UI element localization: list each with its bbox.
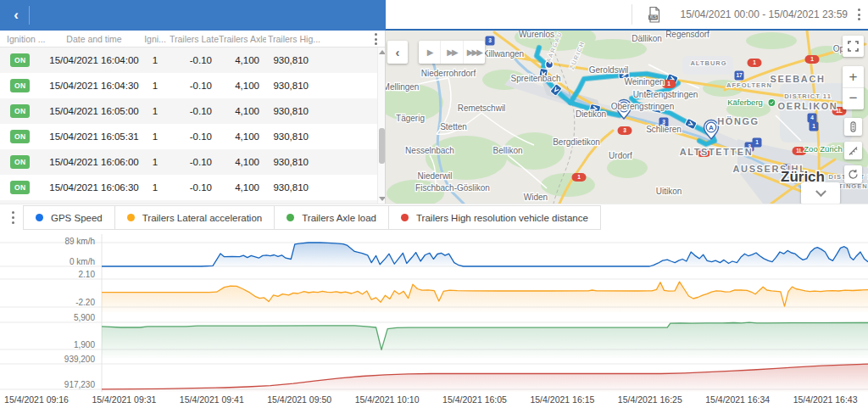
map-town-label: Weiningen (624, 77, 664, 87)
chart-legend: GPS SpeedTrailers Lateral accelerationTr… (0, 204, 868, 231)
col-lateral[interactable]: Trailers Late... (170, 34, 219, 44)
map-town-label: Killwangen (483, 49, 524, 59)
svg-text:1L: 1L (796, 148, 803, 154)
map-hood-label: OERLIKON (778, 101, 838, 111)
table-row[interactable]: ON15/04/2021 16:06:301-0.104,100930,810 (0, 175, 385, 200)
cell-datetime: 15/04/2021 16:04:00 (47, 55, 141, 65)
x-axis-label: 15/4/2021 16:34 (705, 394, 770, 405)
table-kebab-menu[interactable] (370, 31, 381, 48)
legend-item[interactable]: GPS Speed (23, 205, 115, 230)
table-row[interactable]: ON15/04/2021 16:06:001-0.104,100930,810 (0, 149, 385, 175)
x-axis-label: 15/4/2021 09:41 (180, 394, 244, 405)
zoom-out-button[interactable]: − (843, 88, 864, 109)
ignition-on-badge: ON (10, 155, 30, 169)
svg-text:1: 1 (755, 139, 759, 145)
play-button[interactable]: ▶ (419, 41, 440, 64)
poi-pin-icon (768, 99, 776, 107)
messages-table: Ignition ... Date and time Igni... Trail… (0, 31, 386, 204)
svg-text:1: 1 (577, 174, 581, 180)
chart-kebab-menu[interactable] (7, 210, 19, 226)
chart-canvas[interactable]: 89 km/h0 km/h2.10-2.205,9001,900939,2009… (0, 231, 868, 392)
scroll-up-icon[interactable] (379, 50, 386, 54)
date-range[interactable]: 15/04/2021 00:00 - 15/04/2021 23:59 (680, 8, 848, 20)
legend-item[interactable]: Trailers Lateral acceleration (114, 205, 275, 230)
legend-items: GPS SpeedTrailers Lateral accelerationTr… (24, 205, 601, 230)
cell-lateral: -0.10 (170, 182, 219, 193)
svg-text:17: 17 (736, 72, 743, 78)
table-row[interactable]: ON15/04/2021 16:04:001-0.104,100930,810 (0, 48, 385, 73)
map-town-label: Stetten (440, 122, 467, 131)
ignition-on-badge: ON (10, 53, 30, 67)
traffic-button[interactable] (844, 118, 862, 136)
cell-lateral: -0.10 (170, 131, 219, 142)
export-xls-button[interactable]: XLS (641, 3, 668, 26)
scroll-down-icon[interactable] (379, 197, 386, 201)
col-ignition[interactable]: Ignition ... (0, 34, 47, 44)
map-town-label: Würenlos (519, 31, 554, 39)
legend-label: Trailers High resolution vehicle distanc… (416, 213, 588, 223)
y-axis-label: 5,900 (74, 313, 95, 322)
cell-distance: 930,810 (266, 55, 322, 65)
cell-datetime: 15/04/2021 16:04:30 (47, 81, 141, 91)
y-axis-label: 917,230 (64, 380, 96, 389)
svg-text:3: 3 (623, 127, 626, 133)
col-ign[interactable]: Igni... (141, 34, 170, 44)
table-row[interactable]: ON15/04/2021 16:05:001-0.104,100930,810 (0, 98, 385, 124)
cell-lateral: -0.10 (170, 81, 219, 91)
map-dist-label: ALTBURG (690, 59, 726, 67)
ignition-on-badge: ON (10, 130, 30, 143)
map-poi-label: Zoo Zürich (804, 144, 842, 154)
map-town-label: Unterengstringen (633, 90, 698, 99)
refresh-button[interactable] (844, 165, 862, 183)
fastest-forward-button[interactable]: ▶▶▶ (463, 41, 485, 64)
cell-lateral: -0.10 (170, 55, 219, 65)
svg-text:3: 3 (488, 37, 492, 43)
fast-forward-button[interactable]: ▶▶ (440, 41, 462, 64)
collapse-map-button[interactable] (801, 182, 840, 204)
zoom-in-button[interactable]: + (843, 67, 864, 88)
cell-lateral: -0.10 (170, 157, 219, 167)
cell-axle: 4,100 (219, 131, 266, 142)
header-divider (29, 6, 30, 25)
table-body: ON15/04/2021 16:04:001-0.104,100930,810O… (0, 48, 385, 204)
table-row[interactable]: ON15/04/2021 16:04:301-0.104,100930,810 (0, 73, 385, 98)
ruler-icon (848, 145, 859, 156)
zoom-controls: + − (843, 66, 864, 109)
map-town-label: Mellingen (386, 82, 419, 92)
cell-datetime: 15/04/2021 16:05:00 (47, 106, 141, 116)
map-town-label: Niederrohrdorf (421, 69, 476, 78)
measure-button[interactable] (844, 142, 862, 159)
cell-ignition-value: 1 (141, 131, 170, 142)
back-button[interactable]: ‹ (3, 4, 29, 26)
map-town-label: Tägerig (396, 114, 425, 123)
map-town-label: Bellikon (492, 146, 522, 155)
ignition-on-badge: ON (10, 79, 30, 92)
col-distance[interactable]: Trailers Hig... (266, 34, 322, 44)
fullscreen-icon (848, 41, 859, 52)
svg-text:1: 1 (753, 59, 756, 65)
header-toolbar: XLS 15/04/2021 00:00 - 15/04/2021 23:59 (386, 0, 868, 31)
cell-distance: 930,810 (266, 106, 322, 116)
legend-label: Trailers Lateral acceleration (142, 213, 262, 223)
legend-color-dot (127, 214, 135, 221)
col-axle[interactable]: Trailers Axle... (219, 34, 266, 44)
cell-distance: 930,810 (266, 131, 322, 142)
x-axis-label: 15/4/2021 10:10 (355, 394, 420, 405)
legend-item[interactable]: Trailers Axle load (274, 205, 389, 230)
scrollbar-thumb[interactable] (379, 128, 385, 164)
playback-back-button[interactable]: ‹ (387, 41, 408, 64)
legend-item[interactable]: Trailers High resolution vehicle distanc… (388, 205, 601, 230)
header-kebab-menu[interactable] (853, 6, 865, 23)
table-row[interactable]: ON15/04/2021 16:05:311-0.104,100930,810 (0, 124, 385, 149)
map-town-label: Spreitenbach (511, 74, 561, 83)
legend-label: GPS Speed (51, 213, 103, 223)
svg-text:1: 1 (667, 81, 670, 87)
x-axis-label: 15/4/2021 16:05 (442, 394, 507, 405)
col-datetime[interactable]: Date and time (47, 34, 141, 44)
fullscreen-button[interactable] (843, 36, 864, 57)
y-axis-label: -2.20 (75, 298, 95, 307)
y-axis-label: 89 km/h (64, 237, 95, 246)
table-scrollbar[interactable] (377, 48, 385, 204)
map-town-label: Bergdietikon (553, 137, 600, 147)
map-panel[interactable]: BA 11113333317174111L1L WürenlosKillwang… (386, 31, 868, 204)
